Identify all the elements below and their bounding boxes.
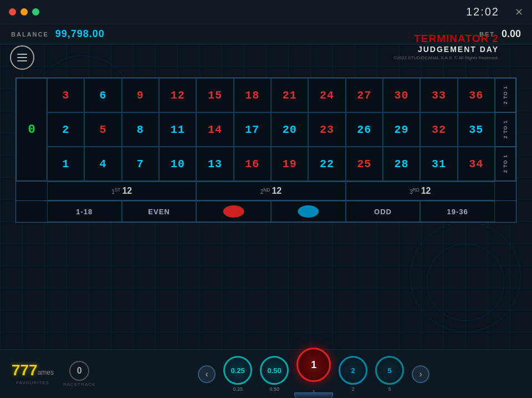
menu-button[interactable] [10,45,34,70]
bet-1-18[interactable]: 1-18 [47,201,122,222]
cell-5[interactable]: 5 [84,112,121,147]
cell-8[interactable]: 8 [122,112,159,147]
minimize-dot[interactable] [21,8,28,15]
cell-35[interactable]: 35 [458,112,495,147]
cell-36[interactable]: 36 [458,78,495,112]
bet-cyan[interactable] [271,201,346,222]
side-2to1-top[interactable]: 2 TO 1 [495,78,516,112]
logo-777: 777 [12,363,38,378]
side-col: 2 TO 1 2 TO 1 2 TO 1 [495,78,516,181]
cell-18[interactable]: 18 [234,78,271,112]
cell-4[interactable]: 4 [84,147,121,181]
cell-23[interactable]: 23 [308,112,345,147]
cell-13[interactable]: 13 [196,147,233,181]
cell-19[interactable]: 19 [271,147,308,181]
hamburger-icon [17,54,27,61]
number-row-bot: 1 4 7 10 13 16 19 22 25 28 31 34 [47,147,495,181]
chip-circle-2: 2 [339,356,367,385]
roulette-container: 0 3 6 9 12 15 18 21 24 27 30 33 36 [16,77,516,326]
cell-17[interactable]: 17 [234,112,271,147]
cell-10[interactable]: 10 [159,147,196,181]
cell-34[interactable]: 34 [458,147,495,181]
chip-platform [294,392,333,398]
maximize-dot[interactable] [32,8,39,15]
zero-number: 0 [28,123,35,137]
dozen-2nd[interactable]: 2ND 12 [196,182,345,200]
zero-cell[interactable]: 0 [16,78,47,181]
cell-12[interactable]: 12 [159,78,196,112]
cell-1[interactable]: 1 [47,147,84,181]
cell-16[interactable]: 16 [234,147,271,181]
cell-15[interactable]: 15 [196,78,233,112]
cyan-diamond-icon [298,205,319,218]
chip-circle-0.25: 0.25 [223,356,252,385]
racetrack-label: RACETRACK [63,382,95,387]
cell-25[interactable]: 25 [346,147,383,181]
balance-label: BALANCE [11,31,49,38]
cell-26[interactable]: 26 [346,112,383,147]
cell-29[interactable]: 29 [383,112,420,147]
bet-value: 0.00 [502,28,521,40]
bottom-side-spacer [495,201,516,222]
bet-even[interactable]: EVEN [122,201,197,222]
cell-21[interactable]: 21 [271,78,308,112]
chip-circle-1: 1 [296,348,331,382]
chip-2[interactable]: 2 2 [339,356,367,392]
chip-tray: ‹ 0.25 0.25 0.50 0.50 1 1 2 [95,353,532,395]
chip-circle-5: 5 [375,356,404,385]
nav-value-circle[interactable]: 0 [69,361,89,381]
cell-30[interactable]: 30 [383,78,420,112]
chip-next-button[interactable]: › [412,365,429,383]
roulette-table: 0 3 6 9 12 15 18 21 24 27 30 33 36 [16,77,516,223]
cell-20[interactable]: 20 [271,112,308,147]
numbers-area: 3 6 9 12 15 18 21 24 27 30 33 36 2 5 [47,78,495,181]
chip-label-0.25: 0.25 [233,386,243,392]
chip-5[interactable]: 5 5 [375,356,404,392]
side-2to1-bot[interactable]: 2 TO 1 [495,147,516,181]
red-diamond-icon [223,205,244,218]
chip-0.25[interactable]: 0.25 0.25 [223,356,252,392]
cell-7[interactable]: 7 [122,147,159,181]
cell-24[interactable]: 24 [308,78,345,112]
dozen-row: 1ST 12 2ND 12 3RD 12 [16,181,516,200]
close-dot[interactable] [9,8,16,15]
cell-6[interactable]: 6 [84,78,121,112]
dozen-spacer [16,182,47,200]
number-row-top: 3 6 9 12 15 18 21 24 27 30 33 36 [47,78,495,112]
chip-label-5: 5 [388,386,391,392]
clock-display: 12:02 [466,6,499,18]
side-2to1-mid[interactable]: 2 TO 1 [495,112,516,147]
logo-area: TERMINATOR 2 JUDGEMENT DAY ©2022 STUDIOC… [393,33,499,60]
cell-31[interactable]: 31 [420,147,457,181]
cell-27[interactable]: 27 [346,78,383,112]
cell-11[interactable]: 11 [159,112,196,147]
cell-3[interactable]: 3 [47,78,84,112]
logo-copyright: ©2022 STUDIOCANAL S.A.S. © All Rights Re… [393,55,499,60]
cell-2[interactable]: 2 [47,112,84,147]
top-bar: 12:02 ✕ [0,0,532,24]
logo-777-area: 777 ames [12,363,54,378]
dozen-cells: 1ST 12 2ND 12 3RD 12 [47,182,495,200]
balance-value: 99,798.00 [55,28,105,40]
dozen-1st[interactable]: 1ST 12 [47,182,196,200]
dozen-3rd[interactable]: 3RD 12 [346,182,495,200]
chip-circle-0.50: 0.50 [260,356,289,385]
chip-label-0.50: 0.50 [269,386,279,392]
cell-14[interactable]: 14 [196,112,233,147]
chip-0.50[interactable]: 0.50 0.50 [260,356,289,392]
bet-odd[interactable]: ODD [346,201,421,222]
chip-label-2: 2 [352,386,355,392]
balance-left: BALANCE 99,798.00 [11,28,105,40]
bet-red[interactable] [196,201,271,222]
cell-32[interactable]: 32 [420,112,457,147]
cell-33[interactable]: 33 [420,78,457,112]
close-button[interactable]: ✕ [515,6,523,18]
cell-9[interactable]: 9 [122,78,159,112]
chip-1[interactable]: 1 1 [296,348,331,395]
top-right: 12:02 ✕ [466,6,523,18]
cell-28[interactable]: 28 [383,147,420,181]
cell-22[interactable]: 22 [308,147,345,181]
logo-title-line2: JUDGEMENT DAY [393,45,499,54]
chip-prev-button[interactable]: ‹ [198,365,216,383]
bet-19-36[interactable]: 19-36 [420,201,495,222]
